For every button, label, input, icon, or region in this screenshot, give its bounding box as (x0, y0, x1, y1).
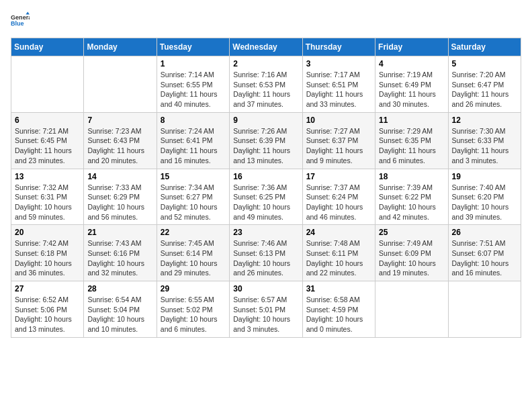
day-info: Sunrise: 7:19 AM Sunset: 6:49 PM Dayligh… (379, 70, 444, 109)
day-info: Sunrise: 7:46 AM Sunset: 6:13 PM Dayligh… (233, 238, 298, 278)
day-number: 2 (233, 59, 298, 68)
calendar-cell: 13Sunrise: 7:32 AM Sunset: 6:31 PM Dayli… (11, 169, 84, 225)
calendar-cell: 31Sunrise: 6:58 AM Sunset: 4:59 PM Dayli… (302, 281, 375, 338)
day-number: 29 (161, 284, 226, 293)
day-info: Sunrise: 7:30 AM Sunset: 6:33 PM Dayligh… (452, 126, 517, 166)
calendar-cell: 23Sunrise: 7:46 AM Sunset: 6:13 PM Dayli… (230, 225, 302, 281)
calendar-body: 1Sunrise: 7:14 AM Sunset: 6:55 PM Daylig… (11, 56, 521, 338)
calendar-week-3: 13Sunrise: 7:32 AM Sunset: 6:31 PM Dayli… (11, 169, 521, 225)
day-number: 19 (452, 172, 517, 181)
svg-text:Blue: Blue (11, 20, 24, 27)
calendar-cell: 18Sunrise: 7:39 AM Sunset: 6:22 PM Dayli… (375, 169, 448, 225)
day-info: Sunrise: 7:39 AM Sunset: 6:22 PM Dayligh… (379, 183, 444, 222)
day-number: 4 (379, 59, 444, 68)
day-number: 5 (452, 59, 517, 68)
day-info: Sunrise: 7:27 AM Sunset: 6:37 PM Dayligh… (306, 126, 371, 166)
day-number: 30 (233, 284, 298, 293)
calendar-cell: 25Sunrise: 7:49 AM Sunset: 6:09 PM Dayli… (375, 225, 448, 281)
calendar-cell: 24Sunrise: 7:48 AM Sunset: 6:11 PM Dayli… (302, 225, 375, 281)
calendar-cell: 14Sunrise: 7:33 AM Sunset: 6:29 PM Dayli… (84, 169, 157, 225)
calendar-week-4: 20Sunrise: 7:42 AM Sunset: 6:18 PM Dayli… (11, 225, 521, 281)
calendar-cell (84, 56, 157, 113)
calendar-cell: 17Sunrise: 7:37 AM Sunset: 6:24 PM Dayli… (302, 169, 375, 225)
day-info: Sunrise: 7:40 AM Sunset: 6:20 PM Dayligh… (452, 183, 517, 222)
day-header-thursday: Thursday (302, 38, 375, 56)
day-number: 12 (452, 116, 517, 125)
day-number: 7 (87, 116, 152, 125)
day-header-friday: Friday (375, 38, 448, 56)
calendar-cell: 21Sunrise: 7:43 AM Sunset: 6:16 PM Dayli… (84, 225, 157, 281)
day-number: 10 (306, 116, 371, 125)
day-info: Sunrise: 7:23 AM Sunset: 6:43 PM Dayligh… (87, 126, 152, 166)
day-info: Sunrise: 7:14 AM Sunset: 6:55 PM Dayligh… (161, 70, 226, 109)
day-number: 16 (233, 172, 298, 181)
day-number: 21 (87, 228, 152, 237)
calendar-cell: 19Sunrise: 7:40 AM Sunset: 6:20 PM Dayli… (448, 169, 521, 225)
day-info: Sunrise: 7:42 AM Sunset: 6:18 PM Dayligh… (15, 238, 80, 278)
day-number: 8 (161, 116, 226, 125)
day-number: 11 (379, 116, 444, 125)
calendar-cell: 11Sunrise: 7:29 AM Sunset: 6:35 PM Dayli… (375, 112, 448, 169)
day-number: 24 (306, 228, 371, 237)
day-number: 25 (379, 228, 444, 237)
calendar-cell: 20Sunrise: 7:42 AM Sunset: 6:18 PM Dayli… (11, 225, 84, 281)
day-info: Sunrise: 7:36 AM Sunset: 6:25 PM Dayligh… (233, 183, 298, 222)
day-number: 6 (15, 116, 80, 125)
calendar-header: SundayMondayTuesdayWednesdayThursdayFrid… (11, 38, 521, 56)
calendar-cell: 10Sunrise: 7:27 AM Sunset: 6:37 PM Dayli… (302, 112, 375, 169)
day-number: 28 (87, 284, 152, 293)
logo: General Blue (11, 11, 32, 30)
day-info: Sunrise: 6:52 AM Sunset: 5:06 PM Dayligh… (15, 295, 80, 334)
day-number: 23 (233, 228, 298, 237)
day-info: Sunrise: 7:48 AM Sunset: 6:11 PM Dayligh… (306, 238, 371, 278)
day-info: Sunrise: 7:43 AM Sunset: 6:16 PM Dayligh… (87, 238, 152, 278)
logo-icon: General Blue (11, 11, 30, 30)
day-number: 26 (452, 228, 517, 237)
day-info: Sunrise: 7:49 AM Sunset: 6:09 PM Dayligh… (379, 238, 444, 278)
calendar-cell: 6Sunrise: 7:21 AM Sunset: 6:45 PM Daylig… (11, 112, 84, 169)
day-info: Sunrise: 6:55 AM Sunset: 5:02 PM Dayligh… (161, 295, 226, 334)
calendar-cell (11, 56, 84, 113)
svg-text:General: General (11, 14, 30, 21)
calendar-cell: 8Sunrise: 7:24 AM Sunset: 6:41 PM Daylig… (157, 112, 229, 169)
day-info: Sunrise: 7:29 AM Sunset: 6:35 PM Dayligh… (379, 126, 444, 166)
day-info: Sunrise: 7:26 AM Sunset: 6:39 PM Dayligh… (233, 126, 298, 166)
day-info: Sunrise: 6:54 AM Sunset: 5:04 PM Dayligh… (87, 295, 152, 334)
day-number: 14 (87, 172, 152, 181)
calendar-cell: 27Sunrise: 6:52 AM Sunset: 5:06 PM Dayli… (11, 281, 84, 338)
day-info: Sunrise: 7:17 AM Sunset: 6:51 PM Dayligh… (306, 70, 371, 109)
day-header-saturday: Saturday (448, 38, 521, 56)
calendar-week-2: 6Sunrise: 7:21 AM Sunset: 6:45 PM Daylig… (11, 112, 521, 169)
day-info: Sunrise: 7:16 AM Sunset: 6:53 PM Dayligh… (233, 70, 298, 109)
day-header-tuesday: Tuesday (157, 38, 229, 56)
calendar-week-1: 1Sunrise: 7:14 AM Sunset: 6:55 PM Daylig… (11, 56, 521, 113)
day-number: 9 (233, 116, 298, 125)
day-info: Sunrise: 7:24 AM Sunset: 6:41 PM Dayligh… (161, 126, 226, 166)
day-number: 31 (306, 284, 371, 293)
day-info: Sunrise: 6:57 AM Sunset: 5:01 PM Dayligh… (233, 295, 298, 334)
calendar-cell: 4Sunrise: 7:19 AM Sunset: 6:49 PM Daylig… (375, 56, 448, 113)
calendar-cell: 1Sunrise: 7:14 AM Sunset: 6:55 PM Daylig… (157, 56, 229, 113)
day-info: Sunrise: 7:34 AM Sunset: 6:27 PM Dayligh… (161, 183, 226, 222)
day-info: Sunrise: 7:32 AM Sunset: 6:31 PM Dayligh… (15, 183, 80, 222)
day-header-sunday: Sunday (11, 38, 84, 56)
calendar-cell: 30Sunrise: 6:57 AM Sunset: 5:01 PM Dayli… (230, 281, 302, 338)
day-number: 27 (15, 284, 80, 293)
calendar-cell: 3Sunrise: 7:17 AM Sunset: 6:51 PM Daylig… (302, 56, 375, 113)
day-info: Sunrise: 7:33 AM Sunset: 6:29 PM Dayligh… (87, 183, 152, 222)
calendar-week-5: 27Sunrise: 6:52 AM Sunset: 5:06 PM Dayli… (11, 281, 521, 338)
day-number: 20 (15, 228, 80, 237)
calendar-cell: 7Sunrise: 7:23 AM Sunset: 6:43 PM Daylig… (84, 112, 157, 169)
day-number: 1 (161, 59, 226, 68)
calendar-cell: 22Sunrise: 7:45 AM Sunset: 6:14 PM Dayli… (157, 225, 229, 281)
day-info: Sunrise: 7:21 AM Sunset: 6:45 PM Dayligh… (15, 126, 80, 166)
day-info: Sunrise: 7:37 AM Sunset: 6:24 PM Dayligh… (306, 183, 371, 222)
day-number: 13 (15, 172, 80, 181)
day-number: 15 (161, 172, 226, 181)
day-number: 22 (161, 228, 226, 237)
calendar-cell: 16Sunrise: 7:36 AM Sunset: 6:25 PM Dayli… (230, 169, 302, 225)
svg-marker-2 (26, 11, 30, 14)
calendar-cell (375, 281, 448, 338)
calendar-table: SundayMondayTuesdayWednesdayThursdayFrid… (11, 38, 521, 338)
calendar-cell: 28Sunrise: 6:54 AM Sunset: 5:04 PM Dayli… (84, 281, 157, 338)
